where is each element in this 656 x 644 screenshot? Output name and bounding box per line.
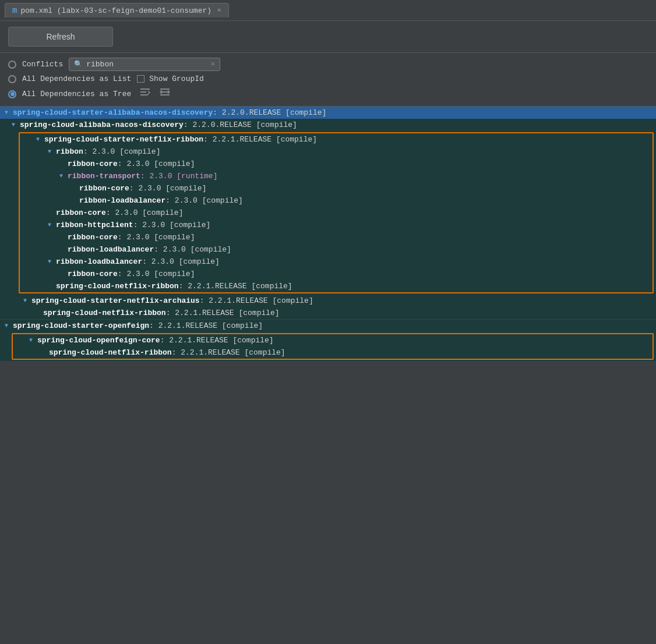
dep-version: : 2.3.0 [compile] (142, 257, 220, 266)
tree-row[interactable]: spring-cloud-netflix-ribbon : 2.2.1.RELE… (0, 307, 656, 319)
collapse-all-button[interactable] (137, 87, 153, 101)
dependency-tree: spring-cloud-starter-alibaba-nacos-disco… (0, 107, 656, 361)
dep-version: : 2.3.0 [compile] (165, 196, 243, 205)
show-groupid-label: Show GroupId (149, 75, 204, 83)
tree-row[interactable]: spring-cloud-netflix-ribbon : 2.2.1.RELE… (13, 346, 653, 359)
search-input[interactable] (86, 60, 207, 69)
svg-rect-2 (140, 94, 148, 95)
tree-arrow (5, 109, 10, 116)
svg-rect-3 (160, 89, 170, 90)
dep-name: spring-cloud-netflix-ribbon (56, 282, 179, 291)
dep-version: : 2.3.0 [compile] (133, 221, 211, 229)
dep-version: : 2.3.0 [compile] (83, 147, 161, 156)
show-groupid-area: Show GroupId (137, 75, 204, 83)
search-icon: 🔍 (74, 60, 83, 69)
dep-name: spring-cloud-openfeign-core (37, 336, 160, 345)
deps-list-radio[interactable] (8, 75, 16, 83)
dep-name: ribbon-core (68, 233, 118, 242)
dep-name: ribbon-core (68, 160, 118, 168)
tree-row[interactable]: spring-cloud-alibaba-nacos-discovery : 2… (0, 119, 656, 131)
toolbar: Refresh (0, 21, 656, 53)
maven-icon: m (12, 6, 17, 15)
tree-row[interactable]: ribbon-loadbalancer : 2.3.0 [compile] (20, 194, 653, 207)
tree-row[interactable]: ribbon-core : 2.3.0 [compile] (20, 268, 653, 280)
dep-name: ribbon-transport (68, 172, 140, 181)
dep-name: ribbon (56, 147, 83, 156)
options-area: Conflicts 🔍 × All Dependencies as List S… (0, 53, 656, 107)
tree-row[interactable]: ribbon : 2.3.0 [compile] (20, 146, 653, 158)
svg-rect-5 (160, 94, 170, 95)
tree-arrow (48, 222, 54, 228)
dep-name: spring-cloud-starter-netflix-archaius (31, 296, 200, 305)
refresh-button[interactable]: Refresh (8, 27, 113, 47)
dep-name: spring-cloud-netflix-ribbon (43, 309, 166, 317)
tree-row[interactable]: ribbon-transport : 2.3.0 [runtime] (20, 170, 653, 182)
tree-row[interactable]: spring-cloud-starter-openfeign : 2.2.1.R… (0, 319, 656, 332)
dep-name: ribbon-core (56, 208, 106, 217)
tree-arrow (29, 337, 35, 344)
dep-version: : 2.2.1.RELEASE [compile] (160, 336, 274, 345)
tree-arrow (36, 136, 42, 143)
search-box[interactable]: 🔍 × (69, 58, 220, 71)
conflicts-radio[interactable] (8, 61, 16, 69)
tab-label: pom.xml (labx-03-sc-feign-demo01-consume… (20, 6, 211, 15)
tree-row[interactable]: spring-cloud-starter-netflix-archaius : … (0, 295, 656, 307)
tree-row[interactable]: ribbon-loadbalancer : 2.3.0 [compile] (20, 243, 653, 256)
dep-version: : 2.3.0 [compile] (118, 233, 195, 242)
dep-name: ribbon-loadbalancer (56, 257, 142, 266)
tree-row[interactable]: spring-cloud-starter-alibaba-nacos-disco… (0, 107, 656, 119)
dep-version: : 2.2.1.RELEASE [compile] (166, 309, 280, 317)
dep-name: ribbon-core (68, 270, 118, 278)
dep-name: spring-cloud-alibaba-nacos-discovery (20, 121, 184, 129)
orange-highlight-section-2: spring-cloud-openfeign-core : 2.2.1.RELE… (12, 333, 654, 360)
tree-row[interactable]: ribbon-core : 2.3.0 [compile] (20, 158, 653, 170)
tree-row[interactable]: ribbon-core : 2.3.0 [compile] (20, 207, 653, 219)
tree-row[interactable]: ribbon-core : 2.3.0 [compile] (20, 231, 653, 243)
dep-name: ribbon-core (79, 184, 129, 193)
dep-version: : 2.3.0 [compile] (106, 208, 184, 217)
dep-version: : 2.3.0 [runtime] (140, 172, 218, 181)
dep-version: : 2.3.0 [compile] (129, 184, 207, 193)
dep-name: ribbon-httpclient (56, 221, 133, 229)
svg-rect-4 (160, 91, 170, 93)
svg-rect-0 (140, 89, 150, 90)
dep-version: : 2.2.0.RELEASE [compile] (213, 108, 326, 117)
dep-name: ribbon-loadbalancer (79, 196, 165, 205)
tree-row[interactable]: ribbon-core : 2.3.0 [compile] (20, 182, 653, 194)
search-clear-button[interactable]: × (210, 60, 215, 69)
tree-row[interactable]: ribbon-loadbalancer : 2.3.0 [compile] (20, 256, 653, 268)
dep-version: : 2.2.1.RELEASE [compile] (203, 135, 317, 144)
tab-close-button[interactable]: × (217, 7, 221, 14)
dep-name: ribbon-loadbalancer (68, 245, 154, 254)
tree-arrow (59, 173, 65, 179)
tree-row[interactable]: ribbon-httpclient : 2.3.0 [compile] (20, 219, 653, 231)
dep-version: : 2.2.1.RELEASE [compile] (200, 296, 313, 305)
show-groupid-checkbox[interactable] (137, 75, 144, 83)
tree-arrow (48, 148, 54, 155)
deps-list-label: All Dependencies as List (22, 75, 131, 83)
tree-row[interactable]: spring-cloud-openfeign-core : 2.2.1.RELE… (13, 334, 653, 346)
deps-tree-row: All Dependencies as Tree (8, 87, 648, 101)
expand-all-button[interactable] (157, 87, 173, 101)
dep-version: : 2.3.0 [compile] (118, 160, 195, 168)
conflicts-label: Conflicts (22, 60, 63, 69)
tree-arrow (23, 298, 29, 304)
tab-bar: m pom.xml (labx-03-sc-feign-demo01-consu… (0, 0, 656, 21)
dep-name: spring-cloud-starter-openfeign (13, 321, 149, 330)
tree-row[interactable]: spring-cloud-netflix-ribbon : 2.2.1.RELE… (20, 280, 653, 292)
dep-version: : 2.3.0 [compile] (154, 245, 231, 254)
tree-row[interactable]: spring-cloud-starter-netflix-ribbon : 2.… (20, 133, 653, 146)
dep-version: : 2.2.1.RELEASE [compile] (172, 348, 285, 357)
tree-arrow (48, 259, 54, 265)
dep-name: spring-cloud-starter-alibaba-nacos-disco… (13, 108, 213, 117)
deps-tree-radio[interactable] (8, 90, 16, 98)
app-window: m pom.xml (labx-03-sc-feign-demo01-consu… (0, 0, 656, 644)
dep-name: spring-cloud-starter-netflix-ribbon (44, 135, 203, 144)
dep-version: : 2.2.0.RELEASE [compile] (184, 121, 297, 129)
dep-version: : 2.2.1.RELEASE [compile] (179, 282, 292, 291)
svg-rect-1 (140, 91, 146, 93)
tree-arrow (12, 122, 17, 128)
pom-xml-tab[interactable]: m pom.xml (labx-03-sc-feign-demo01-consu… (5, 3, 229, 17)
orange-highlight-section-1: spring-cloud-starter-netflix-ribbon : 2.… (19, 132, 654, 293)
deps-tree-label: All Dependencies as Tree (22, 90, 131, 98)
